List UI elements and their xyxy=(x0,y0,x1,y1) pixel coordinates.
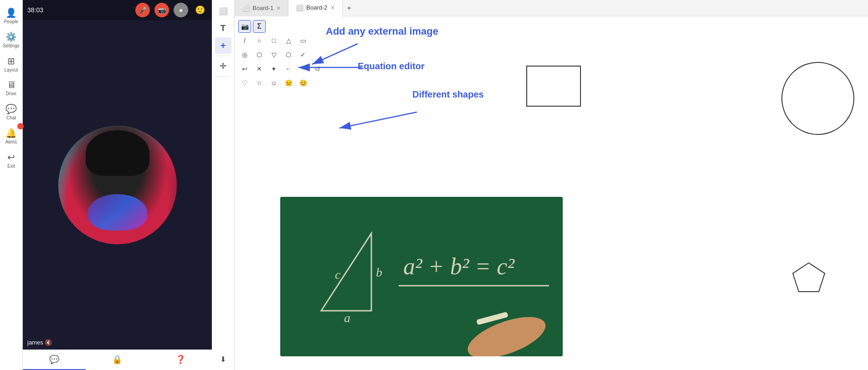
alerts-label: Alerts xyxy=(5,139,17,144)
layout-label: Layout xyxy=(4,67,18,72)
chat-label: Chat xyxy=(6,115,16,120)
svg-line-3 xyxy=(339,112,417,128)
camera-wb-button[interactable]: 📷 xyxy=(238,20,251,33)
avatar xyxy=(58,126,177,244)
add-tool-button[interactable]: + xyxy=(215,37,231,54)
whiteboard-tool-button[interactable]: ⬜ xyxy=(215,3,231,19)
chalkboard-svg: c b a a² + b² = c² xyxy=(280,197,563,356)
avatar-face xyxy=(58,126,177,244)
external-image-label: Add any external image xyxy=(326,26,438,37)
neutral-tool[interactable]: 😐 xyxy=(282,77,295,89)
equation-wb-button[interactable]: Σ xyxy=(253,20,266,33)
equation-editor-annotation: Equation editor xyxy=(358,61,425,72)
drive-icon: 🖥 xyxy=(7,80,16,90)
download-tool-button[interactable]: ⬇ xyxy=(215,351,231,367)
board-2-close-button[interactable]: ✕ xyxy=(330,5,335,11)
drive-label: Drive xyxy=(6,91,16,96)
video-top-bar: 38:03 🎤 📷 ● 🙂 xyxy=(23,0,212,20)
board-1-tab-icon: ⬜ xyxy=(242,5,250,12)
svg-marker-4 xyxy=(793,263,825,292)
exit-label: Exit xyxy=(7,164,15,169)
happy-tool[interactable]: 😊 xyxy=(297,77,309,89)
star-tool[interactable]: ☆ xyxy=(253,77,266,89)
hex-tool[interactable]: ⬡ xyxy=(282,48,295,61)
right-arrow-tool[interactable]: → xyxy=(297,62,309,75)
hair-overlay xyxy=(86,130,149,176)
video-panel: 38:03 🎤 📷 ● 🙂 james 🔇 💬 🔒 ❓ xyxy=(23,0,212,370)
pentagon-shape xyxy=(791,261,827,297)
pentagon-tool[interactable]: ⬡ xyxy=(253,48,266,61)
video-tab-question[interactable]: ❓ xyxy=(149,350,212,370)
board-1-close-button[interactable]: ✕ xyxy=(276,5,281,11)
text-tool-button[interactable]: T xyxy=(215,20,231,36)
svg-text:b: b xyxy=(376,265,382,279)
sidebar-item-layout[interactable]: ⊞ Layout xyxy=(0,52,23,76)
video-tab-chat[interactable]: 💬 xyxy=(23,350,86,370)
whiteboard-canvas[interactable]: 📷 Σ / ○ □ △ ▭ ◎ ⬡ ▽ ⬡ ✓ ↩ ✕ xyxy=(235,16,868,370)
emoji-button[interactable]: 🙂 xyxy=(193,3,207,17)
whiteboard-area: ⬜ Board-1 ✕ ⬜ Board-2 ✕ + 📷 Σ / ○ □ △ xyxy=(235,0,868,370)
circle2-tool[interactable]: ◎ xyxy=(238,48,251,61)
external-image-annotation: Add any external image xyxy=(326,26,438,37)
people-icon: 👤 xyxy=(5,7,17,18)
stop-camera-button[interactable]: 📷 xyxy=(154,3,169,17)
alerts-icon: 🔔 xyxy=(5,128,17,139)
check-tool[interactable]: ✓ xyxy=(297,48,309,61)
rectangle-shape xyxy=(526,66,581,107)
toolbar-divider-2 xyxy=(216,76,230,77)
sidebar-item-alerts[interactable]: 🔔 Alerts xyxy=(0,124,23,148)
sidebar-item-drive[interactable]: 🖥 Drive xyxy=(0,76,23,100)
add-tab-button[interactable]: + xyxy=(343,1,356,15)
move-tool-button[interactable]: ✛ xyxy=(215,58,231,74)
sidebar-item-exit[interactable]: ↩ Exit xyxy=(0,148,23,172)
video-tabs: 💬 🔒 ❓ xyxy=(23,349,212,370)
mute-mic-button[interactable]: 🎤 xyxy=(135,3,150,17)
rounded-rect-tool[interactable]: ▭ xyxy=(297,34,309,47)
user-name: james 🔇 xyxy=(27,339,52,346)
sidebar-item-people[interactable]: 👤 People xyxy=(0,4,23,28)
down-tri-tool[interactable]: ▽ xyxy=(267,48,280,61)
cross-tool[interactable]: ✕ xyxy=(253,62,266,75)
left-navigation: 👤 People ⚙️ Settings ⊞ Layout 🖥 Drive 💬 … xyxy=(0,0,23,370)
svg-text:c: c xyxy=(335,267,341,282)
line-tool[interactable]: / xyxy=(238,34,251,47)
board-1-tab-label: Board-1 xyxy=(252,5,273,11)
more-options-button[interactable]: ● xyxy=(174,3,188,17)
canvas-tools: 📷 Σ / ○ □ △ ▭ ◎ ⬡ ▽ ⬡ ✓ ↩ ✕ xyxy=(238,20,324,89)
different-shapes-annotation: Different shapes xyxy=(412,89,484,100)
toolbar-panel: ⬜ T + ✛ ⬇ xyxy=(212,0,235,370)
triangle-tool[interactable]: △ xyxy=(282,34,295,47)
chat-icon: 💬 xyxy=(5,103,17,114)
toolbar-divider-1 xyxy=(216,56,230,56)
math-chalkboard-image: c b a a² + b² = c² xyxy=(280,197,563,356)
different-shapes-label: Different shapes xyxy=(412,89,484,99)
board-2-tab-icon: ⬜ xyxy=(296,4,303,11)
settings-label: Settings xyxy=(3,43,19,48)
sidebar-item-chat[interactable]: 💬 Chat xyxy=(0,100,23,124)
video-tab-lock[interactable]: 🔒 xyxy=(86,350,149,370)
undo-tool[interactable]: ↩ xyxy=(238,62,251,75)
call-timer: 38:03 xyxy=(27,6,43,14)
circle-shape xyxy=(781,62,854,135)
circle-tool[interactable]: ○ xyxy=(253,34,266,47)
tab-board-2[interactable]: ⬜ Board-2 ✕ xyxy=(288,0,342,16)
heart-tool[interactable]: ♡ xyxy=(238,77,251,89)
alerts-badge xyxy=(17,123,24,129)
cursor-tool[interactable]: ✦ xyxy=(267,62,280,75)
layout-icon: ⊞ xyxy=(7,56,15,67)
equation-editor-label: Equation editor xyxy=(358,61,425,71)
top-bar-controls: 🎤 📷 ● 🙂 xyxy=(135,3,207,17)
tab-board-1[interactable]: ⬜ Board-1 ✕ xyxy=(235,0,288,16)
board-2-tab-label: Board-2 xyxy=(306,4,327,11)
square-tool[interactable]: □ xyxy=(267,34,280,47)
people-label: People xyxy=(4,19,18,24)
sidebar-item-settings[interactable]: ⚙️ Settings xyxy=(0,28,23,52)
svg-text:a: a xyxy=(344,311,350,325)
settings-icon: ⚙️ xyxy=(5,31,17,42)
smile-tool[interactable]: ☺ xyxy=(267,77,280,89)
exit-icon: ↩ xyxy=(7,152,15,163)
rotate-tool[interactable]: ↺ xyxy=(311,62,324,75)
video-area: james 🔇 xyxy=(23,20,212,349)
left-arrow-tool[interactable]: ← xyxy=(282,62,295,75)
svg-text:a² + b² = c²: a² + b² = c² xyxy=(403,253,515,279)
